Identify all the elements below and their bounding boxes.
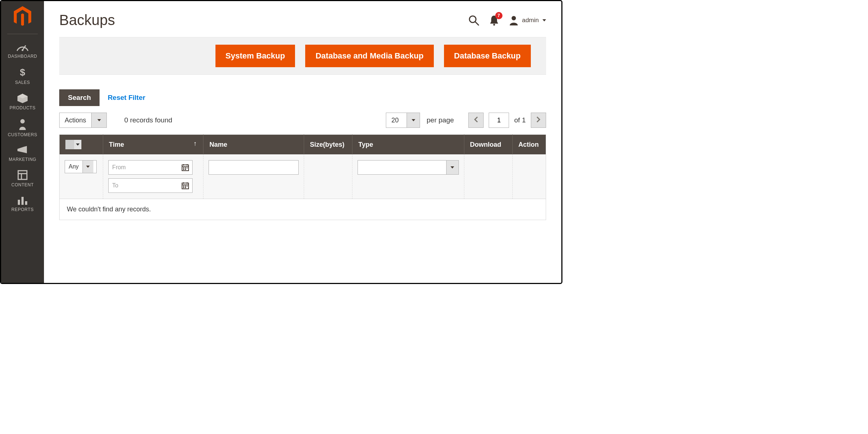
svg-rect-22 bbox=[185, 169, 186, 170]
select-all-checkbox[interactable] bbox=[65, 140, 81, 149]
svg-rect-4 bbox=[18, 171, 27, 179]
date-from-input[interactable] bbox=[112, 164, 174, 171]
chevron-down-icon bbox=[407, 113, 420, 127]
megaphone-icon bbox=[17, 145, 28, 155]
column-header-time[interactable]: Time ↑ bbox=[103, 135, 203, 155]
sidebar-item-customers[interactable]: CUSTOMERS bbox=[1, 114, 44, 141]
svg-rect-8 bbox=[21, 197, 24, 205]
reset-filter-link[interactable]: Reset Filter bbox=[108, 94, 145, 102]
sidebar-item-reports[interactable]: REPORTS bbox=[1, 191, 44, 216]
backups-table: Time ↑ Name Size(bytes) Type Download Ac… bbox=[59, 134, 546, 220]
filter-select-any[interactable]: Any bbox=[65, 160, 97, 173]
chevron-down-icon bbox=[91, 113, 106, 127]
gauge-icon bbox=[16, 42, 29, 52]
magento-logo-icon bbox=[12, 5, 33, 28]
empty-message: We couldn't find any records. bbox=[60, 199, 546, 220]
calendar-icon[interactable] bbox=[181, 182, 189, 190]
system-backup-button[interactable]: System Backup bbox=[215, 45, 295, 67]
filter-date-to[interactable] bbox=[108, 178, 193, 193]
box-icon bbox=[17, 93, 28, 103]
svg-rect-21 bbox=[183, 169, 184, 170]
svg-rect-7 bbox=[18, 200, 20, 205]
prev-page-button[interactable] bbox=[468, 113, 484, 128]
bar-chart-icon bbox=[17, 195, 28, 205]
column-header-type[interactable]: Type bbox=[352, 135, 464, 155]
search-icon[interactable] bbox=[468, 15, 479, 26]
filter-type-select[interactable] bbox=[358, 160, 459, 175]
database-backup-button[interactable]: Database Backup bbox=[444, 45, 531, 67]
user-name: admin bbox=[522, 17, 539, 24]
column-header-name[interactable]: Name bbox=[203, 135, 304, 155]
sidebar-item-sales[interactable]: $ SALES bbox=[1, 62, 44, 89]
column-header-action[interactable]: Action bbox=[512, 135, 546, 155]
svg-rect-28 bbox=[185, 186, 186, 187]
nav-label: CUSTOMERS bbox=[8, 132, 37, 137]
svg-rect-29 bbox=[187, 186, 187, 187]
svg-point-3 bbox=[20, 119, 25, 123]
svg-point-12 bbox=[493, 24, 495, 25]
pager: of 1 bbox=[468, 113, 546, 128]
svg-line-11 bbox=[475, 22, 479, 25]
admin-sidebar: DASHBOARD $ SALES PRODUCTS CUSTOMERS MAR… bbox=[1, 1, 44, 283]
svg-rect-30 bbox=[183, 187, 184, 188]
sort-ascending-icon: ↑ bbox=[193, 140, 197, 147]
chevron-left-icon bbox=[474, 116, 478, 124]
nav-label: REPORTS bbox=[11, 207, 33, 212]
svg-rect-9 bbox=[25, 201, 27, 205]
nav-label: PRODUCTS bbox=[9, 105, 35, 110]
notifications-button[interactable]: 7 bbox=[489, 15, 499, 26]
calendar-icon[interactable] bbox=[181, 163, 189, 171]
main-content: Backups 7 admin System Backup Da bbox=[44, 1, 561, 283]
column-header-download[interactable]: Download bbox=[464, 135, 512, 155]
grid-controls: Actions 0 records found 20 per page of 1 bbox=[44, 106, 561, 134]
chevron-right-icon bbox=[536, 116, 541, 124]
next-page-button[interactable] bbox=[531, 113, 546, 128]
table-empty-row: We couldn't find any records. bbox=[60, 199, 546, 220]
table-filter-row: Any bbox=[60, 154, 546, 199]
mass-actions-select[interactable]: Actions bbox=[59, 113, 107, 128]
svg-rect-18 bbox=[183, 167, 184, 169]
database-media-backup-button[interactable]: Database and Media Backup bbox=[305, 45, 433, 67]
filter-date-from[interactable] bbox=[108, 160, 193, 175]
svg-point-1 bbox=[22, 49, 24, 51]
table-header-row: Time ↑ Name Size(bytes) Type Download Ac… bbox=[60, 135, 546, 155]
per-page-label: per page bbox=[427, 116, 454, 124]
sidebar-item-dashboard[interactable]: DASHBOARD bbox=[1, 38, 44, 62]
nav-label: CONTENT bbox=[11, 182, 34, 187]
search-button[interactable]: Search bbox=[59, 89, 100, 106]
sidebar-item-content[interactable]: CONTENT bbox=[1, 166, 44, 191]
svg-rect-19 bbox=[185, 167, 186, 169]
column-header-size[interactable]: Size(bytes) bbox=[304, 135, 352, 155]
filter-name-input[interactable] bbox=[209, 160, 299, 175]
column-header-select[interactable] bbox=[60, 135, 103, 155]
page-number-input[interactable] bbox=[489, 113, 509, 128]
page-actions: System Backup Database and Media Backup … bbox=[59, 37, 546, 75]
sidebar-divider bbox=[7, 34, 38, 34]
sidebar-item-products[interactable]: PRODUCTS bbox=[1, 89, 44, 114]
sidebar-item-marketing[interactable]: MARKETING bbox=[1, 141, 44, 166]
person-icon bbox=[19, 118, 27, 130]
chevron-down-icon bbox=[446, 161, 459, 174]
page-title: Backups bbox=[59, 12, 115, 28]
logo[interactable] bbox=[1, 1, 44, 31]
records-count: 0 records found bbox=[124, 116, 172, 124]
page-of-label: of 1 bbox=[514, 116, 526, 124]
per-page-value: 20 bbox=[386, 113, 407, 127]
date-to-input[interactable] bbox=[112, 182, 174, 189]
svg-text:$: $ bbox=[20, 67, 25, 78]
topbar: Backups 7 admin bbox=[44, 1, 561, 37]
svg-rect-27 bbox=[183, 186, 184, 187]
nav-label: MARKETING bbox=[9, 157, 36, 162]
layout-icon bbox=[17, 170, 28, 180]
per-page-select[interactable]: 20 bbox=[386, 113, 420, 128]
svg-point-13 bbox=[512, 16, 516, 20]
column-label: Time bbox=[109, 141, 124, 148]
user-menu[interactable]: admin bbox=[509, 15, 546, 25]
per-page-control: 20 per page bbox=[386, 113, 454, 128]
chevron-down-icon bbox=[542, 19, 546, 21]
filter-toolbar: Search Reset Filter bbox=[44, 75, 561, 106]
nav-label: DASHBOARD bbox=[8, 54, 37, 59]
mass-actions-label: Actions bbox=[60, 113, 91, 127]
dollar-icon: $ bbox=[19, 67, 26, 78]
svg-rect-31 bbox=[185, 187, 186, 188]
